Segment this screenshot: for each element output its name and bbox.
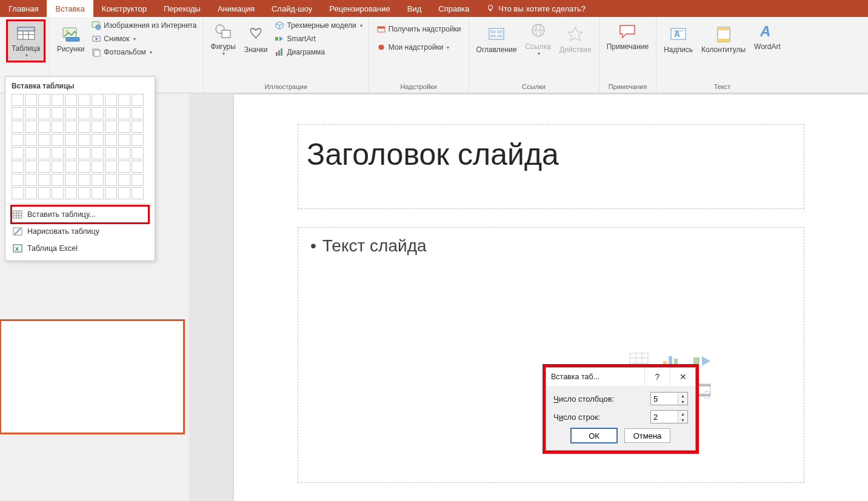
chart-button[interactable]: Диаграмма: [272, 46, 364, 58]
tell-me-search[interactable]: Что вы хотите сделать?: [478, 0, 594, 17]
grid-cell[interactable]: [38, 161, 50, 173]
grid-cell[interactable]: [65, 134, 77, 146]
draw-table-menuitem[interactable]: Нарисовать таблицу: [12, 223, 149, 240]
grid-cell[interactable]: [105, 174, 117, 186]
grid-cell[interactable]: [118, 147, 130, 159]
grid-cell[interactable]: [12, 147, 24, 159]
grid-cell[interactable]: [92, 161, 104, 173]
dialog-close-button[interactable]: ✕: [670, 368, 695, 386]
grid-cell[interactable]: [25, 187, 37, 199]
grid-cell[interactable]: [65, 174, 77, 186]
grid-cell[interactable]: [38, 147, 50, 159]
grid-cell[interactable]: [105, 107, 117, 119]
grid-cell[interactable]: [52, 107, 64, 119]
grid-cell[interactable]: [52, 174, 64, 186]
grid-cell[interactable]: [105, 121, 117, 133]
dialog-titlebar[interactable]: Вставка таб... ? ✕: [546, 368, 695, 386]
grid-cell[interactable]: [38, 121, 50, 133]
online-images-button[interactable]: Изображения из Интернета: [89, 19, 199, 32]
grid-cell[interactable]: [38, 134, 50, 146]
grid-cell[interactable]: [25, 161, 37, 173]
grid-cell[interactable]: [78, 134, 90, 146]
grid-cell[interactable]: [65, 187, 77, 199]
grid-cell[interactable]: [92, 94, 104, 106]
grid-cell[interactable]: [132, 134, 144, 146]
grid-cell[interactable]: [78, 187, 90, 199]
grid-cell[interactable]: [38, 174, 50, 186]
tab-slideshow[interactable]: Слайд-шоу: [263, 0, 321, 17]
grid-cell[interactable]: [105, 161, 117, 173]
rows-up[interactable]: ▲: [678, 411, 687, 417]
get-addins-button[interactable]: Получить надстройки: [374, 23, 464, 35]
toc-button[interactable]: Оглавление: [473, 19, 521, 59]
tab-home[interactable]: Главная: [0, 0, 47, 17]
tab-review[interactable]: Рецензирование: [321, 0, 398, 17]
shapes-button[interactable]: Фигуры ▾: [207, 19, 239, 59]
grid-cell[interactable]: [118, 121, 130, 133]
tab-design[interactable]: Конструктор: [93, 0, 155, 17]
grid-cell[interactable]: [78, 161, 90, 173]
pictures-button[interactable]: Рисунки: [53, 19, 88, 58]
grid-cell[interactable]: [12, 134, 24, 146]
my-addins-button[interactable]: Мои надстройки ▾: [374, 41, 464, 53]
comment-button[interactable]: Примечание: [603, 19, 652, 53]
grid-cell[interactable]: [65, 107, 77, 119]
grid-cell[interactable]: [92, 174, 104, 186]
grid-cell[interactable]: [25, 134, 37, 146]
tab-transitions[interactable]: Переходы: [155, 0, 209, 17]
grid-cell[interactable]: [25, 147, 37, 159]
tab-help[interactable]: Справка: [430, 0, 478, 17]
dialog-help-button[interactable]: ?: [644, 368, 670, 386]
grid-cell[interactable]: [12, 161, 24, 173]
grid-cell[interactable]: [92, 147, 104, 159]
3d-models-button[interactable]: Трехмерные модели ▾: [272, 19, 364, 32]
grid-cell[interactable]: [38, 107, 50, 119]
grid-cell[interactable]: [78, 174, 90, 186]
grid-cell[interactable]: [52, 121, 64, 133]
icons-button[interactable]: Значки: [241, 19, 272, 59]
grid-cell[interactable]: [52, 134, 64, 146]
grid-cell[interactable]: [52, 187, 64, 199]
grid-cell[interactable]: [12, 174, 24, 186]
grid-cell[interactable]: [132, 107, 144, 119]
grid-cell[interactable]: [105, 187, 117, 199]
smartart-button[interactable]: SmartArt: [272, 33, 364, 45]
ok-button[interactable]: ОК: [571, 428, 617, 443]
columns-input[interactable]: [651, 393, 678, 405]
insert-table-menuitem[interactable]: Вставить таблицу...: [12, 206, 149, 223]
rows-spinner[interactable]: ▲ ▼: [650, 410, 688, 423]
grid-cell[interactable]: [78, 121, 90, 133]
grid-cell[interactable]: [78, 147, 90, 159]
grid-cell[interactable]: [92, 134, 104, 146]
screenshot-button[interactable]: Снимок ▾: [89, 33, 199, 45]
rows-input[interactable]: [651, 411, 678, 423]
headerfooter-button[interactable]: Колонтитулы: [698, 19, 749, 59]
grid-cell[interactable]: [52, 161, 64, 173]
columns-up[interactable]: ▲: [678, 393, 687, 399]
photo-album-button[interactable]: Фотоальбом ▾: [89, 46, 199, 58]
grid-cell[interactable]: [132, 161, 144, 173]
table-size-grid[interactable]: [12, 94, 149, 199]
grid-cell[interactable]: [132, 147, 144, 159]
title-placeholder[interactable]: Заголовок слайда: [298, 125, 804, 208]
grid-cell[interactable]: [105, 134, 117, 146]
wordart-button[interactable]: A WordArt ▾: [750, 19, 784, 59]
excel-table-menuitem[interactable]: X Таблица Excel: [12, 240, 149, 257]
content-placeholder[interactable]: Текст слайда Вставка таб... ? ✕: [298, 228, 804, 482]
grid-cell[interactable]: [118, 161, 130, 173]
grid-cell[interactable]: [25, 174, 37, 186]
grid-cell[interactable]: [65, 147, 77, 159]
grid-cell[interactable]: [38, 94, 50, 106]
columns-down[interactable]: ▼: [678, 399, 687, 405]
cancel-button[interactable]: Отмена: [624, 428, 670, 443]
textbox-button[interactable]: A Надпись: [660, 19, 696, 59]
slide-thumbnail-1[interactable]: [1, 321, 183, 433]
slide-canvas[interactable]: Заголовок слайда Текст слайда Вставка та…: [234, 95, 868, 501]
grid-cell[interactable]: [92, 107, 104, 119]
grid-cell[interactable]: [105, 147, 117, 159]
grid-cell[interactable]: [12, 121, 24, 133]
grid-cell[interactable]: [78, 107, 90, 119]
grid-cell[interactable]: [118, 107, 130, 119]
grid-cell[interactable]: [118, 134, 130, 146]
grid-cell[interactable]: [118, 187, 130, 199]
